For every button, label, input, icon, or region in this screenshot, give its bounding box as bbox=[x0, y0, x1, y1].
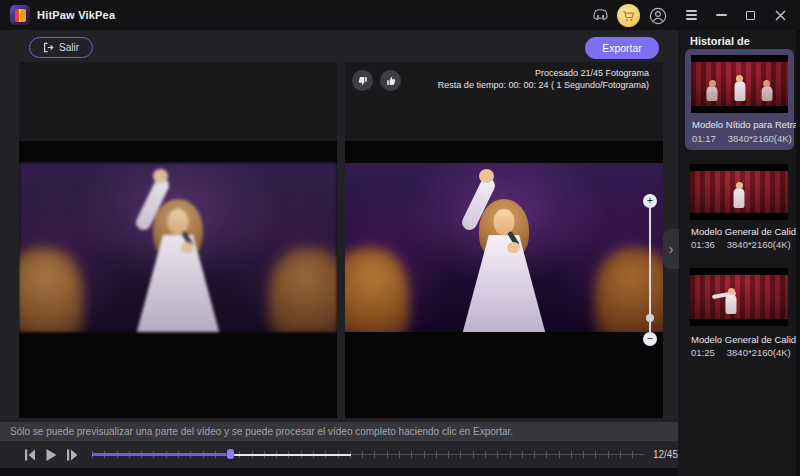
performer-figure bbox=[454, 173, 554, 332]
thumb-figure bbox=[726, 294, 737, 314]
sidebar-collapse-button[interactable]: › bbox=[663, 229, 679, 269]
history-item-2[interactable]: Modelo General de Calidad 01:363840*2160… bbox=[678, 160, 800, 256]
bottom-strip bbox=[0, 468, 678, 476]
notice-bar: Sólo se puede previsualizar una parte de… bbox=[0, 422, 678, 441]
history-item-3[interactable]: Modelo General de Calidad 01:253840*2160… bbox=[678, 264, 800, 362]
processing-status: Procesado 21/45 Fotograma Resta de tiemp… bbox=[438, 67, 649, 91]
thumbnail-stage bbox=[690, 171, 788, 213]
close-button[interactable] bbox=[775, 9, 789, 21]
history-model-2: Modelo General de Calidad bbox=[691, 226, 800, 237]
zoom-out-button[interactable]: − bbox=[643, 332, 657, 346]
history-sidebar: Historial de navegación Modelo Nítido pa… bbox=[678, 30, 800, 476]
history-resolution-3: 3840*2160(4K) bbox=[727, 347, 791, 358]
minimize-button[interactable] bbox=[716, 9, 730, 21]
original-label: Original 854*480 bbox=[19, 416, 72, 418]
notice-text: Sólo se puede previsualizar una parte de… bbox=[0, 426, 513, 437]
performer-hand bbox=[507, 242, 520, 253]
performer-dress bbox=[462, 235, 546, 332]
history-thumbnail-1 bbox=[691, 55, 788, 113]
enhanced-video-image bbox=[345, 163, 663, 332]
exit-button[interactable]: Salir bbox=[29, 37, 93, 58]
original-preview-panel: Original 854*480 bbox=[19, 62, 337, 418]
export-button-label: Exportar bbox=[602, 42, 642, 54]
history-meta-3: 01:253840*2160(4K) bbox=[691, 347, 791, 358]
performer-fist bbox=[479, 169, 494, 183]
processing-line1: Procesado 21/45 Fotograma bbox=[438, 67, 649, 79]
thumb-figure bbox=[734, 81, 745, 101]
enhanced-video-frame bbox=[345, 141, 663, 418]
dancer-left-figure bbox=[19, 248, 83, 332]
exit-button-label: Salir bbox=[59, 42, 79, 53]
chevron-right-icon: › bbox=[669, 242, 674, 256]
thumb-figure bbox=[734, 188, 745, 208]
history-model-3: Modelo General de Calidad bbox=[691, 334, 800, 345]
next-frame-button[interactable] bbox=[64, 447, 80, 463]
history-thumbnail-3 bbox=[690, 268, 788, 326]
sidebar-scrollbar[interactable] bbox=[796, 30, 800, 476]
enhanced-preview-panel: Procesado 21/45 Fotograma Resta de tiemp… bbox=[345, 62, 663, 418]
feedback-buttons bbox=[352, 70, 401, 91]
enhanced-label: Modelo Nítido para Retratos 3840*2160(4K… bbox=[345, 416, 486, 418]
history-resolution-2: 3840*2160(4K) bbox=[727, 239, 791, 250]
frame-counter: 12/45 bbox=[653, 449, 678, 460]
store-promo-icon[interactable] bbox=[617, 4, 640, 27]
export-button[interactable]: Exportar bbox=[585, 37, 659, 59]
history-item-1[interactable]: Modelo Nítido para Retratos 01:173840*21… bbox=[685, 49, 794, 150]
app-logo-icon bbox=[10, 5, 30, 25]
history-meta-2: 01:363840*2160(4K) bbox=[691, 239, 791, 250]
transport-bar: 12/45 bbox=[0, 441, 678, 468]
thumb-figure bbox=[707, 86, 718, 101]
app-title: HitPaw VikPea bbox=[37, 9, 115, 21]
performer-hand bbox=[181, 242, 194, 253]
thumbs-down-button[interactable] bbox=[352, 70, 373, 91]
logo-glyph bbox=[15, 9, 26, 22]
app-window: HitPaw VikPea Salir Exportar bbox=[0, 0, 800, 476]
history-duration-2: 01:36 bbox=[691, 239, 715, 250]
timeline-handle[interactable] bbox=[227, 449, 234, 459]
dancer-left-figure bbox=[345, 248, 409, 332]
thumbs-up-button[interactable] bbox=[380, 70, 401, 91]
titlebar: HitPaw VikPea bbox=[0, 0, 800, 30]
history-model-1: Modelo Nítido para Retratos bbox=[692, 119, 800, 130]
zoom-track[interactable] bbox=[649, 204, 651, 332]
performer-fist bbox=[153, 169, 168, 183]
performer-figure bbox=[128, 173, 228, 332]
zoom-in-button[interactable]: + bbox=[643, 194, 657, 208]
thumbnail-stage bbox=[691, 62, 788, 106]
original-video-image bbox=[19, 163, 337, 332]
performer-dress bbox=[136, 235, 220, 332]
zoom-handle[interactable] bbox=[646, 314, 654, 322]
processing-line2: Resta de tiempo: 00: 00: 24 ( 1 Segundo/… bbox=[438, 79, 649, 91]
menu-icon[interactable] bbox=[686, 9, 700, 21]
history-thumbnail-2 bbox=[690, 164, 788, 220]
play-button[interactable] bbox=[43, 447, 59, 463]
zoom-control: + − bbox=[642, 194, 658, 346]
history-resolution-1: 3840*2160(4K) bbox=[728, 133, 792, 144]
main-area: Salir Exportar bbox=[0, 30, 678, 476]
dancer-right-figure bbox=[269, 248, 337, 332]
history-duration-1: 01:17 bbox=[692, 133, 716, 144]
account-icon[interactable] bbox=[649, 7, 667, 25]
maximize-button[interactable] bbox=[746, 9, 760, 21]
thumbnail-stage bbox=[690, 275, 788, 319]
thumb-figure bbox=[761, 86, 772, 101]
previous-frame-button[interactable] bbox=[22, 447, 38, 463]
history-duration-3: 01:25 bbox=[691, 347, 715, 358]
history-meta-1: 01:173840*2160(4K) bbox=[692, 133, 792, 144]
timeline-slider[interactable] bbox=[92, 449, 644, 461]
logout-icon bbox=[43, 42, 54, 53]
discord-icon[interactable] bbox=[591, 7, 609, 25]
timeline-progress-fill bbox=[92, 453, 230, 456]
original-video-frame bbox=[19, 141, 337, 418]
